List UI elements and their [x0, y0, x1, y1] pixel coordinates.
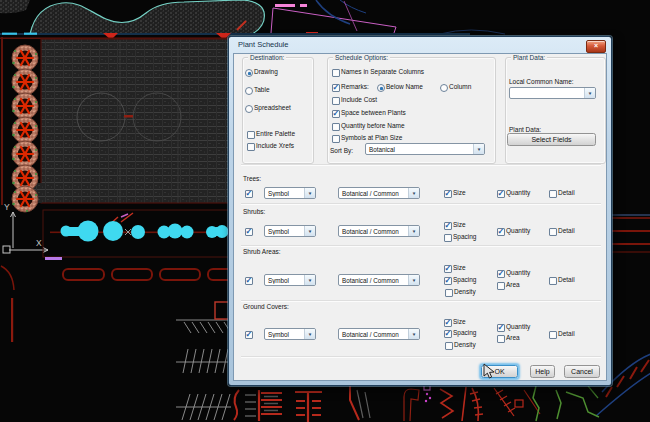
checkbox-remarks[interactable] — [332, 84, 340, 92]
checkbox-shrub-areas-area[interactable] — [497, 282, 505, 290]
separator — [241, 300, 601, 302]
radio-column[interactable] — [440, 84, 448, 92]
separator — [241, 245, 601, 247]
checkbox-ground-covers-detail[interactable] — [549, 331, 557, 339]
checkbox-shrub-areas-spacing[interactable] — [444, 277, 452, 285]
checkbox-ground-covers-size[interactable] — [444, 319, 452, 327]
combo-trees-symbol[interactable]: Symbol ▼ — [264, 187, 316, 199]
mouse-cursor-icon — [483, 363, 497, 381]
radio-table[interactable] — [245, 87, 253, 95]
checkbox-shrubs-quantity-label: Quantity — [506, 227, 530, 235]
checkbox-trees-enabled[interactable] — [245, 190, 253, 198]
radio-spreadsheet[interactable] — [245, 105, 253, 113]
checkbox-ground-covers-quantity-label: Quantity — [506, 323, 530, 331]
checkbox-include-cost[interactable] — [332, 97, 340, 105]
chevron-down-icon: ▼ — [408, 188, 419, 198]
checkbox-trees-size-label: Size — [453, 189, 466, 197]
combo-shrub-areas-format[interactable]: Botanical / Common ▼ — [338, 274, 420, 286]
checkbox-ground-covers-area[interactable] — [497, 335, 505, 343]
checkbox-symbols-plan-size-label: Symbols at Plan Size — [341, 134, 402, 142]
sort-by-value: Botanical — [366, 146, 473, 153]
checkbox-include-xrefs[interactable] — [247, 143, 255, 151]
radio-drawing-label: Drawing — [254, 68, 278, 76]
checkbox-space-between-plants[interactable] — [332, 110, 340, 118]
checkbox-ground-covers-quantity[interactable] — [497, 324, 505, 332]
section-ground-covers-title: Ground Covers: — [243, 303, 289, 311]
schedule-options-caption: Schedule Options: — [333, 54, 390, 61]
plant-schedule-dialog: Plant Schedule × Destination: Drawing Ta… — [228, 36, 612, 386]
checkbox-include-cost-label: Include Cost — [341, 96, 377, 104]
chevron-down-icon: ▼ — [304, 329, 315, 339]
checkbox-shrub-areas-size-label: Size — [453, 264, 466, 272]
radio-table-label: Table — [254, 86, 270, 94]
checkbox-shrubs-quantity[interactable] — [497, 228, 505, 236]
combo-ground-covers-format[interactable]: Botanical / Common ▼ — [338, 328, 420, 340]
checkbox-shrub-areas-enabled[interactable] — [245, 277, 253, 285]
combo-shrubs-format-value: Botanical / Common — [339, 228, 408, 235]
sort-by-combo[interactable]: Botanical ▼ — [365, 143, 485, 155]
checkbox-shrubs-size[interactable] — [444, 222, 452, 230]
combo-ground-covers-symbol[interactable]: Symbol ▼ — [264, 328, 316, 340]
destination-caption: Destination: — [248, 54, 286, 61]
help-button[interactable]: Help — [530, 365, 555, 378]
combo-shrubs-symbol[interactable]: Symbol ▼ — [264, 225, 316, 237]
checkbox-ground-covers-enabled[interactable] — [245, 331, 253, 339]
checkbox-ground-covers-detail-label: Detail — [558, 330, 575, 338]
checkbox-shrub-areas-area-label: Area — [506, 281, 520, 289]
combo-shrubs-format[interactable]: Botanical / Common ▼ — [338, 225, 420, 237]
ucs-y-label: Y — [4, 202, 10, 212]
separator — [241, 164, 601, 166]
checkbox-shrubs-detail-label: Detail — [558, 227, 575, 235]
checkbox-entire-palette-label: Entire Palette — [256, 130, 295, 138]
combo-shrub-areas-symbol[interactable]: Symbol ▼ — [264, 274, 316, 286]
checkbox-ground-covers-density[interactable] — [445, 342, 453, 350]
combo-trees-format[interactable]: Botanical / Common ▼ — [338, 187, 420, 199]
separator — [241, 356, 601, 358]
chevron-down-icon: ▼ — [304, 226, 315, 236]
checkbox-quantity-before-name[interactable] — [332, 123, 340, 131]
checkbox-shrub-areas-quantity[interactable] — [497, 270, 505, 278]
plant-data-caption: Plant Data: — [511, 54, 547, 61]
dialog-title[interactable]: Plant Schedule — [238, 40, 288, 49]
close-icon[interactable]: × — [586, 40, 606, 53]
checkbox-names-separate-columns[interactable] — [332, 69, 340, 77]
checkbox-shrub-areas-quantity-label: Quantity — [506, 269, 530, 277]
plant-data-group: Plant Data: — [505, 57, 606, 164]
checkbox-shrubs-detail[interactable] — [549, 228, 557, 236]
checkbox-shrub-areas-detail[interactable] — [549, 277, 557, 285]
checkbox-ground-covers-spacing[interactable] — [444, 330, 452, 338]
checkbox-shrubs-enabled[interactable] — [245, 228, 253, 236]
checkbox-shrub-areas-spacing-label: Spacing — [453, 276, 477, 284]
checkbox-ground-covers-area-label: Area — [506, 334, 520, 342]
checkbox-trees-quantity[interactable] — [497, 190, 505, 198]
section-shrub-areas-title: Shrub Areas: — [243, 248, 281, 256]
application-window: Y X — [0, 0, 650, 422]
chevron-down-icon: ▼ — [584, 88, 595, 98]
checkbox-quantity-before-name-label: Quantity before Name — [341, 122, 405, 130]
radio-below-name[interactable] — [377, 84, 385, 92]
checkbox-trees-size[interactable] — [444, 190, 452, 198]
local-common-name-combo[interactable]: ▼ — [509, 87, 596, 99]
select-fields-button[interactable]: Select Fields — [507, 133, 596, 146]
checkbox-shrub-areas-detail-label: Detail — [558, 276, 575, 284]
chevron-down-icon: ▼ — [408, 275, 419, 285]
cancel-button[interactable]: Cancel — [564, 365, 600, 378]
radio-drawing[interactable] — [245, 69, 253, 77]
checkbox-remarks-label: Remarks: — [341, 83, 369, 91]
ucs-x-label: X — [36, 238, 42, 248]
checkbox-trees-detail[interactable] — [549, 190, 557, 198]
checkbox-names-separate-columns-label: Names in Separate Columns — [341, 68, 424, 76]
checkbox-shrub-areas-size[interactable] — [444, 265, 452, 273]
combo-ground-covers-format-value: Botanical / Common — [339, 331, 408, 338]
dialog-body: Destination: Drawing Table Spreadsheet E… — [233, 53, 607, 381]
checkbox-entire-palette[interactable] — [247, 131, 255, 139]
checkbox-shrubs-spacing[interactable] — [444, 234, 452, 242]
checkbox-symbols-plan-size[interactable] — [332, 135, 340, 143]
combo-trees-format-value: Botanical / Common — [339, 190, 408, 197]
checkbox-ground-covers-density-label: Density — [454, 341, 476, 349]
radio-spreadsheet-label: Spreadsheet — [254, 104, 291, 112]
checkbox-shrub-areas-density[interactable] — [445, 289, 453, 297]
radio-below-name-label: Below Name — [386, 83, 423, 91]
combo-ground-covers-symbol-value: Symbol — [265, 331, 304, 338]
combo-shrub-areas-symbol-value: Symbol — [265, 277, 304, 284]
